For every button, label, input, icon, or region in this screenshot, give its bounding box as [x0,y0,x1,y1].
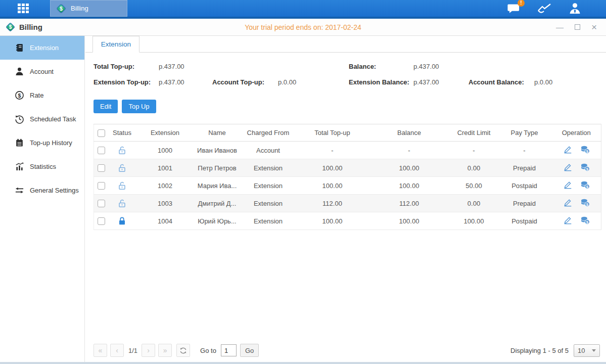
sidebar-item-label: General Settings [30,187,79,194]
extension-topup-label: Extension Top-up: [94,78,159,86]
cell-status [109,177,135,195]
column-header-extension: Extension [135,124,195,142]
table-row: 1000Иван ИвановAccount----$ [94,142,601,159]
displaying-text: Displaying 1 - 5 of 5 [510,347,569,354]
lock-open-icon [117,146,127,155]
main-panel: Extension Total Top-up: p.437.00 Extensi… [85,36,606,362]
column-header-status: Status [109,124,135,142]
select-all-checkbox[interactable] [98,129,105,137]
cell-extension: 1001 [135,159,195,177]
lock-closed-icon [117,216,127,226]
cell-name: Дмитрий Д... [195,195,240,212]
column-header-balance: Balance [368,124,451,142]
column-header-name: Name [195,124,240,142]
row-checkbox[interactable] [98,182,105,190]
column-header-credit-limit: Credit Limit [451,124,497,142]
last-page-button[interactable]: » [158,344,172,357]
cell-extension: 1004 [135,212,195,230]
messages-icon[interactable]: ! [507,3,521,15]
cell-pay-type: Postpaid [497,212,552,230]
table-row: 1002Мария Ива...Extension100.00100.0050.… [94,177,601,195]
page-size-select[interactable]: 10 [574,344,600,357]
column-header-operation: Operation [552,124,601,142]
sidebar-item-general-settings[interactable]: General Settings [0,178,84,202]
account-balance-value: p.0.00 [534,78,552,86]
balance-label: Balance: [349,63,413,70]
cell-name: Юрий Юрь... [195,212,240,230]
topup-icon[interactable]: $ [580,145,590,154]
cell-select [94,212,109,230]
notification-badge: ! [518,0,525,7]
edit-button[interactable]: Edit [94,100,118,113]
cell-credit-limit: 0.00 [451,195,497,212]
cell-status [109,212,135,230]
statistics-icon [15,162,24,171]
balance-value: p.437.00 [413,63,469,70]
row-checkbox[interactable] [98,164,105,172]
prev-page-button[interactable]: ‹ [110,344,124,357]
cell-pay-type: Postpaid [497,177,552,195]
sidebar-item-account[interactable]: Account [0,60,84,83]
edit-icon[interactable] [563,180,573,190]
column-header-charged-from: Charged From [240,124,297,142]
row-checkbox[interactable] [98,217,105,225]
sidebar: ExtensionAccount$RateScheduled TaskTop-u… [0,36,85,362]
cell-total-topup: 112.00 [297,195,368,212]
row-checkbox[interactable] [98,147,105,154]
window-titlebar: Your trial period ends on: 2017-02-24 $ … [0,19,606,36]
topup-icon[interactable]: $ [580,215,590,225]
edit-icon[interactable] [563,215,573,225]
cell-status [109,142,135,159]
monitor-chart-icon[interactable] [537,3,551,15]
goto-page-input[interactable] [221,344,237,356]
tab-strip: Extension [85,36,606,53]
table-row: 1001Петр ПетровExtension100.00100.000.00… [94,159,601,177]
close-button[interactable]: × [591,22,597,32]
sidebar-item-scheduled-task[interactable]: Scheduled Task [0,107,84,131]
edit-icon[interactable] [563,145,573,154]
cell-charged-from: Account [240,142,297,159]
taskbar-tab-billing[interactable]: $ Billing [50,0,127,17]
go-button[interactable]: Go [240,344,259,357]
cell-total-topup: 100.00 [297,159,368,177]
cell-pay-type: Prepaid [497,159,552,177]
cell-status [109,195,135,212]
cell-pay-type: - [497,142,552,159]
cell-credit-limit: 0.00 [451,159,497,177]
sidebar-item-extension[interactable]: Extension [0,36,84,60]
refresh-icon[interactable] [176,344,190,357]
first-page-button[interactable]: « [94,344,107,357]
cell-select [94,177,109,195]
row-checkbox[interactable] [98,200,105,207]
sidebar-item-label: Statistics [30,163,56,170]
topup-icon[interactable]: $ [580,162,590,172]
edit-icon[interactable] [563,198,573,207]
svg-text:$: $ [60,5,63,11]
topup-icon[interactable]: $ [580,198,590,207]
sidebar-item-top-up-history[interactable]: Top-up History [0,131,84,155]
topup-icon[interactable]: $ [580,180,590,190]
tab-extension[interactable]: Extension [92,36,139,53]
lock-open-icon [117,181,127,191]
next-page-button[interactable]: › [142,344,155,357]
top-up-button[interactable]: Top Up [122,100,156,113]
minimize-button[interactable]: — [556,23,564,31]
sidebar-item-rate[interactable]: $Rate [0,83,84,107]
cell-operation: $ [552,159,601,177]
maximize-button[interactable] [575,24,580,30]
user-account-icon[interactable] [568,2,582,15]
account-balance-label: Account Balance: [469,78,534,86]
window-bottom-edge [0,362,606,364]
cell-balance: 100.00 [368,159,451,177]
edit-icon[interactable] [563,162,573,172]
cell-balance: - [368,142,451,159]
total-topup-value: p.437.00 [159,63,212,70]
lock-open-icon [117,199,127,208]
taskbar-tab-label: Billing [71,5,88,12]
cell-credit-limit: - [451,142,497,159]
app-launcher-icon[interactable] [18,4,29,13]
cell-name: Иван Иванов [195,142,240,159]
sidebar-item-statistics[interactable]: Statistics [0,155,84,178]
column-header-total-top-up: Total Top-up [297,124,368,142]
cell-charged-from: Extension [240,177,297,195]
